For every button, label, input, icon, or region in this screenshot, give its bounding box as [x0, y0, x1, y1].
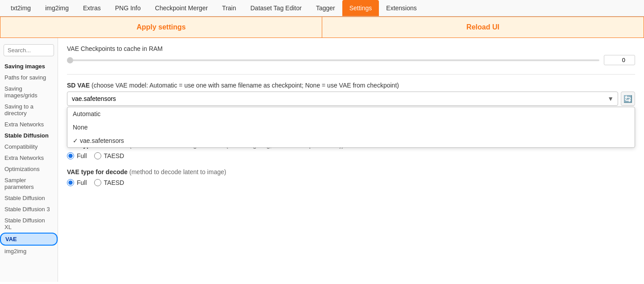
decode-radio-row: Full TAESD: [67, 179, 635, 186]
vae-cache-label: VAE Checkpoints to cache in RAM: [67, 45, 635, 52]
decode-full-option[interactable]: Full: [67, 179, 87, 186]
dropdown-item-none[interactable]: None: [67, 121, 635, 134]
sidebar-item-extra-networks-2[interactable]: Extra Networks: [0, 152, 58, 163]
sidebar: Saving images Paths for saving Saving im…: [0, 38, 58, 282]
vae-cache-number[interactable]: 0: [604, 55, 635, 65]
dropdown-item-vae-safetensors[interactable]: vae.safetensors: [67, 134, 635, 147]
tab-extras[interactable]: Extras: [76, 0, 108, 16]
main-layout: Saving images Paths for saving Saving im…: [0, 38, 644, 282]
tab-train[interactable]: Train: [215, 0, 243, 16]
sidebar-item-img2img[interactable]: img2img: [0, 246, 58, 257]
tab-png-info[interactable]: PNG Info: [108, 0, 148, 16]
content-area: VAE Checkpoints to cache in RAM 0 SD VAE…: [58, 38, 644, 282]
sidebar-item-saving-images-grids[interactable]: Saving images/grids: [0, 83, 58, 101]
sidebar-item-stable-diffusion-header: Stable Diffusion: [0, 130, 58, 141]
encode-taesd-radio[interactable]: [94, 152, 101, 159]
encode-radio-row: Full TAESD: [67, 152, 635, 159]
sidebar-item-compatibility[interactable]: Compatibility: [0, 141, 58, 152]
sidebar-item-paths-for-saving[interactable]: Paths for saving: [0, 72, 58, 83]
tab-settings[interactable]: Settings: [342, 0, 379, 16]
sd-vae-select[interactable]: vae.safetensors Automatic None: [67, 92, 618, 106]
decode-taesd-label: TAESD: [104, 179, 125, 186]
decode-label: VAE type for decode (method to decode la…: [67, 168, 635, 175]
encode-full-radio[interactable]: [67, 152, 74, 159]
top-tabs: txt2img img2img Extras PNG Info Checkpoi…: [0, 0, 644, 17]
encode-taesd-label: TAESD: [104, 152, 125, 159]
vae-cache-slider-row: 0: [67, 55, 635, 65]
apply-settings-button[interactable]: Apply settings: [0, 17, 322, 38]
search-input[interactable]: [4, 44, 54, 56]
sidebar-item-optimizations[interactable]: Optimizations: [0, 163, 58, 175]
sidebar-item-stable-diffusion-xl[interactable]: Stable Diffusion XL: [0, 215, 58, 233]
tab-tagger[interactable]: Tagger: [309, 0, 342, 16]
tab-checkpoint-merger[interactable]: Checkpoint Merger: [148, 0, 215, 16]
sd-vae-select-wrapper: vae.safetensors Automatic None ▼: [67, 92, 618, 106]
decode-taesd-radio[interactable]: [94, 179, 101, 186]
action-bar: Apply settings Reload UI: [0, 17, 644, 38]
sd-vae-desc: (choose VAE model: Automatic = use one w…: [91, 82, 399, 89]
dropdown-item-automatic[interactable]: Automatic: [67, 107, 635, 121]
tab-extensions[interactable]: Extensions: [379, 0, 424, 16]
encode-full-option[interactable]: Full: [67, 152, 87, 159]
sd-vae-label: SD VAE (choose VAE model: Automatic = us…: [67, 82, 635, 89]
decode-full-radio[interactable]: [67, 179, 74, 186]
sidebar-item-sampler-parameters[interactable]: Sampler parameters: [0, 175, 58, 192]
vae-dropdown-list: Automatic None vae.safetensors: [67, 107, 635, 148]
tab-txt2img[interactable]: txt2img: [4, 0, 38, 16]
decode-taesd-option[interactable]: TAESD: [94, 179, 125, 186]
sidebar-item-stable-diffusion-3[interactable]: Stable Diffusion 3: [0, 204, 58, 215]
tab-img2img[interactable]: img2img: [38, 0, 76, 16]
sidebar-item-vae[interactable]: VAE: [0, 233, 58, 246]
sidebar-item-saving-images: Saving images: [0, 61, 58, 72]
sidebar-item-saving-to-directory[interactable]: Saving to a directory: [0, 101, 58, 119]
decode-row: VAE type for decode (method to decode la…: [67, 168, 635, 186]
refresh-vae-button[interactable]: 🔄: [621, 92, 635, 106]
sidebar-item-stable-diffusion[interactable]: Stable Diffusion: [0, 192, 58, 204]
vae-cache-row: VAE Checkpoints to cache in RAM 0: [67, 45, 635, 65]
vae-cache-slider[interactable]: [67, 59, 599, 61]
sd-vae-row: SD VAE (choose VAE model: Automatic = us…: [67, 82, 635, 106]
reload-ui-button[interactable]: Reload UI: [322, 17, 644, 38]
tab-dataset-tag-editor[interactable]: Dataset Tag Editor: [243, 0, 309, 16]
decode-full-label: Full: [77, 179, 87, 186]
divider-1: [67, 74, 635, 75]
decode-desc: (method to decode latent to image): [129, 168, 226, 175]
encode-taesd-option[interactable]: TAESD: [94, 152, 125, 159]
encode-full-label: Full: [77, 152, 87, 159]
sd-vae-select-row: vae.safetensors Automatic None ▼ 🔄: [67, 92, 635, 106]
sidebar-item-extra-networks[interactable]: Extra Networks: [0, 119, 58, 130]
